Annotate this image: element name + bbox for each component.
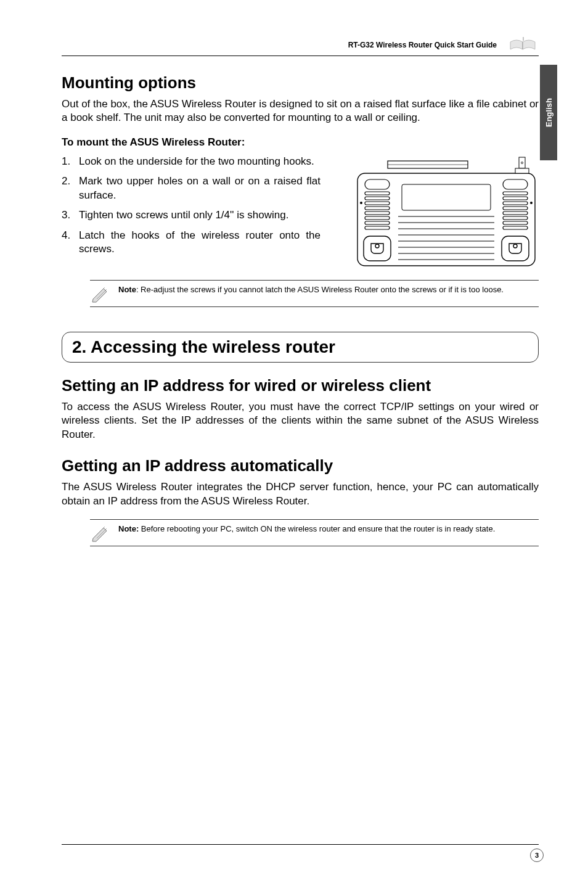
doc-title: RT-G32 Wireless Router Quick Start Guide [348, 41, 497, 49]
list-item: 4.Latch the hooks of the wireless router… [62, 229, 321, 257]
accessing-title: 2. Accessing the wireless router [72, 337, 528, 357]
mounting-note: Note: Re-adjust the screws if you cannot… [90, 280, 539, 307]
step-number: 4. [62, 229, 70, 242]
mounting-subhead: To mount the ASUS Wireless Router: [62, 136, 539, 149]
language-tab: English [540, 65, 557, 160]
router-underside-diagram [354, 155, 539, 269]
svg-rect-5 [519, 157, 525, 168]
step-text: Latch the hooks of the wireless router o… [79, 229, 321, 255]
page-number: 3 [530, 848, 544, 862]
svg-point-40 [530, 202, 533, 204]
mounting-steps-list: 1.Look on the underside for the two moun… [62, 155, 321, 257]
svg-point-39 [360, 202, 362, 204]
diagram-column [333, 155, 539, 269]
note-bold: Note: [118, 524, 139, 533]
svg-point-36 [375, 244, 379, 248]
step-text: Look on the underside for the two mounti… [79, 155, 314, 167]
step-number: 2. [62, 175, 70, 188]
open-book-icon [508, 37, 539, 53]
list-item: 3.Tighten two screws until only 1/4'' is… [62, 208, 321, 222]
step-text: Mark two upper holes on a wall or on a r… [79, 175, 321, 200]
svg-rect-7 [515, 168, 529, 173]
page-header: RT-G32 Wireless Router Quick Start Guide [62, 37, 539, 56]
list-item: 2.Mark two upper holes on a wall or on a… [62, 175, 321, 202]
step-number: 3. [62, 208, 70, 222]
step-text: Tighten two screws until only 1/4'' is s… [79, 209, 288, 221]
mounting-columns: 1.Look on the underside for the two moun… [62, 155, 539, 269]
mounting-options-heading: Mounting options [62, 73, 539, 92]
language-tab-label: English [544, 98, 553, 127]
note-text: Note: Re-adjust the screws if you cannot… [118, 284, 504, 295]
steps-column: 1.Look on the underside for the two moun… [62, 155, 321, 269]
note-body: : Re-adjust the screws if you cannot lat… [136, 285, 504, 294]
reboot-note: Note: Before rebooting your PC, switch O… [90, 519, 539, 546]
list-item: 1.Look on the underside for the two moun… [62, 155, 321, 168]
setting-ip-body: To access the ASUS Wireless Router, you … [62, 400, 539, 442]
svg-point-38 [513, 244, 517, 248]
page-root: RT-G32 Wireless Router Quick Start Guide… [0, 0, 588, 883]
section-box-heading: 2. Accessing the wireless router [62, 332, 539, 363]
note-text: Note: Before rebooting your PC, switch O… [118, 524, 495, 535]
note-body: Before rebooting your PC, switch ON the … [139, 524, 495, 533]
pencil-icon [91, 285, 110, 303]
setting-ip-heading: Setting an IP address for wired or wirel… [62, 376, 539, 395]
pencil-icon [91, 525, 110, 542]
note-bold: Note [118, 285, 136, 294]
getting-ip-heading: Getting an IP address automatically [62, 456, 539, 475]
footer-rule [62, 844, 539, 845]
mounting-intro: Out of the box, the ASUS Wireless Router… [62, 97, 539, 125]
getting-ip-body: The ASUS Wireless Router integrates the … [62, 480, 539, 508]
step-number: 1. [62, 155, 70, 168]
